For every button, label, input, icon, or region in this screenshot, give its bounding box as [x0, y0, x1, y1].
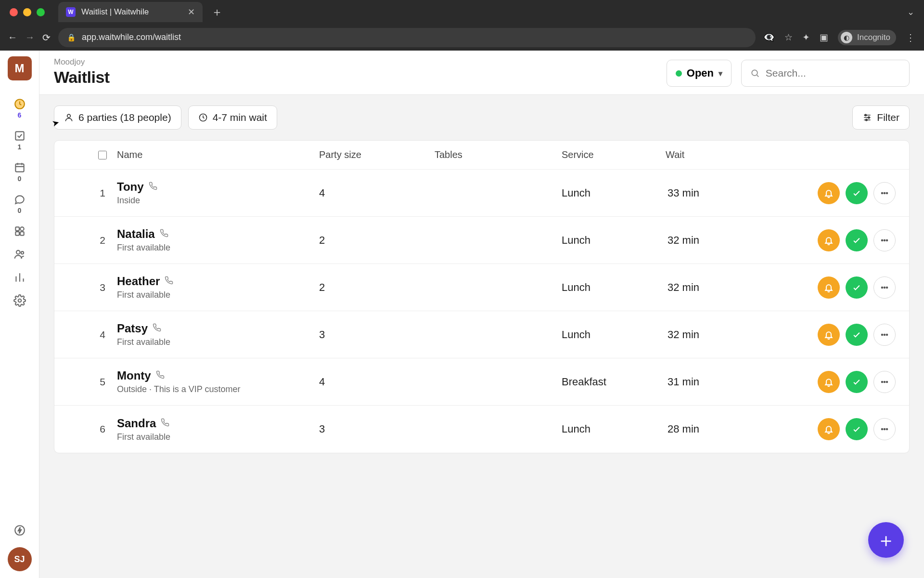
sidebar: M 6 1 0 0 [0, 51, 39, 578]
svg-point-25 [886, 287, 888, 288]
table-row[interactable]: 1 Tony Inside 4 Lunch 33 min [54, 170, 909, 217]
table-row[interactable]: 6 Sandra First available 3 Lunch 28 min [54, 406, 909, 453]
confirm-button[interactable] [846, 182, 868, 204]
phone-icon[interactable] [160, 229, 168, 239]
party-size: 2 [319, 234, 435, 247]
col-tables[interactable]: Tables [435, 149, 550, 160]
more-icon [880, 330, 889, 340]
search-input[interactable] [766, 67, 900, 79]
col-party[interactable]: Party size [319, 149, 435, 160]
more-icon [880, 377, 889, 387]
nav-customers[interactable] [8, 248, 32, 261]
customer-note: First available [117, 243, 319, 253]
status-dropdown[interactable]: Open ▾ [667, 60, 732, 87]
panel-icon[interactable]: ▣ [820, 32, 828, 43]
table-header: Name Party size Tables Service Wait [54, 141, 909, 170]
table-row[interactable]: 2 Natalia First available 2 Lunch 32 min [54, 217, 909, 264]
more-button[interactable] [873, 324, 896, 346]
app-logo[interactable]: M [8, 56, 32, 80]
notify-button[interactable] [818, 276, 840, 299]
nav-bookings[interactable]: 1 [8, 130, 32, 151]
row-actions [796, 418, 901, 440]
wait-cell: 33 min [666, 187, 796, 199]
confirm-button[interactable] [846, 418, 868, 440]
add-button[interactable]: ＋ [868, 522, 904, 558]
nav-messages[interactable]: 0 [8, 193, 32, 214]
minimize-window-button[interactable] [23, 8, 31, 16]
filter-button[interactable]: Filter [852, 105, 910, 130]
close-tab-icon[interactable]: ✕ [188, 7, 195, 17]
col-service[interactable]: Service [550, 149, 666, 160]
notify-button[interactable] [818, 418, 840, 440]
nav-calendar-count: 0 [18, 175, 22, 183]
search-box[interactable] [741, 60, 910, 87]
more-button[interactable] [873, 182, 896, 204]
svg-point-11 [752, 70, 757, 76]
svg-point-24 [884, 287, 886, 288]
forward-button[interactable]: → [25, 32, 35, 43]
eye-off-icon[interactable]: 👁‍🗨 [763, 32, 775, 43]
table-row[interactable]: 4 Patsy First available 3 Lunch 32 min [54, 311, 909, 358]
nav-settings[interactable] [8, 294, 32, 307]
phone-icon[interactable] [153, 323, 161, 334]
search-icon [750, 68, 760, 79]
nav-power[interactable] [8, 524, 32, 537]
table-row[interactable]: 3 Heather First available 2 Lunch 32 min [54, 264, 909, 311]
reload-button[interactable]: ⟳ [42, 32, 51, 43]
confirm-button[interactable] [846, 276, 868, 299]
extensions-icon[interactable]: ✦ [802, 32, 810, 43]
svg-point-34 [886, 429, 888, 430]
incognito-badge[interactable]: ◐ Incognito [838, 30, 896, 45]
notify-button[interactable] [818, 182, 840, 204]
more-button[interactable] [873, 371, 896, 393]
customer-note: First available [117, 290, 319, 300]
app-logo-letter: M [15, 62, 25, 75]
page-title: Waitlist [54, 68, 110, 87]
phone-icon[interactable] [149, 182, 157, 192]
chrome-menu-icon[interactable]: ⋮ [906, 32, 916, 43]
party-size: 3 [319, 328, 435, 341]
check-icon [852, 424, 861, 434]
bookmark-icon[interactable]: ☆ [784, 32, 793, 43]
col-wait[interactable]: Wait [666, 149, 796, 160]
more-button[interactable] [873, 276, 896, 299]
check-square-icon [13, 130, 26, 142]
check-icon [852, 236, 861, 245]
table-row[interactable]: 5 Monty Outside · This is a VIP customer… [54, 358, 909, 406]
incognito-label: Incognito [857, 33, 890, 42]
select-all-checkbox[interactable] [98, 151, 107, 159]
notify-button[interactable] [818, 371, 840, 393]
new-tab-button[interactable]: ＋ [211, 4, 223, 20]
confirm-button[interactable] [846, 229, 868, 251]
parties-pill[interactable]: 6 parties (18 people) [54, 105, 181, 130]
clock-icon [198, 113, 208, 122]
back-button[interactable]: ← [8, 32, 17, 43]
nav-calendar[interactable]: 0 [8, 161, 32, 183]
nav-waitlist[interactable]: 6 [8, 98, 32, 119]
url-field[interactable]: 🔒 app.waitwhile.com/waitlist [58, 28, 756, 47]
tabs-dropdown-icon[interactable]: ⌄ [907, 7, 914, 17]
notify-button[interactable] [818, 324, 840, 346]
phone-icon[interactable] [165, 276, 173, 287]
wait-pill[interactable]: 4-7 min wait [188, 105, 277, 130]
confirm-button[interactable] [846, 324, 868, 346]
user-avatar[interactable]: SJ [8, 547, 32, 571]
browser-tab[interactable]: W Waitlist | Waitwhile ✕ [58, 2, 203, 22]
calendar-icon [13, 161, 26, 174]
confirm-button[interactable] [846, 371, 868, 393]
row-actions [796, 182, 901, 204]
more-button[interactable] [873, 229, 896, 251]
phone-icon[interactable] [161, 418, 169, 429]
maximize-window-button[interactable] [37, 8, 45, 16]
party-size: 4 [319, 376, 435, 388]
nav-analytics[interactable] [8, 271, 32, 284]
close-window-button[interactable] [10, 8, 18, 16]
notify-button[interactable] [818, 229, 840, 251]
more-button[interactable] [873, 418, 896, 440]
browser-chrome: W Waitlist | Waitwhile ✕ ＋ ⌄ ← → ⟳ 🔒 app… [0, 0, 924, 51]
svg-point-8 [21, 251, 23, 254]
col-name[interactable]: Name [117, 149, 319, 160]
phone-icon[interactable] [156, 370, 165, 381]
nav-apps[interactable] [8, 225, 32, 237]
service-cell: Lunch [550, 423, 666, 435]
